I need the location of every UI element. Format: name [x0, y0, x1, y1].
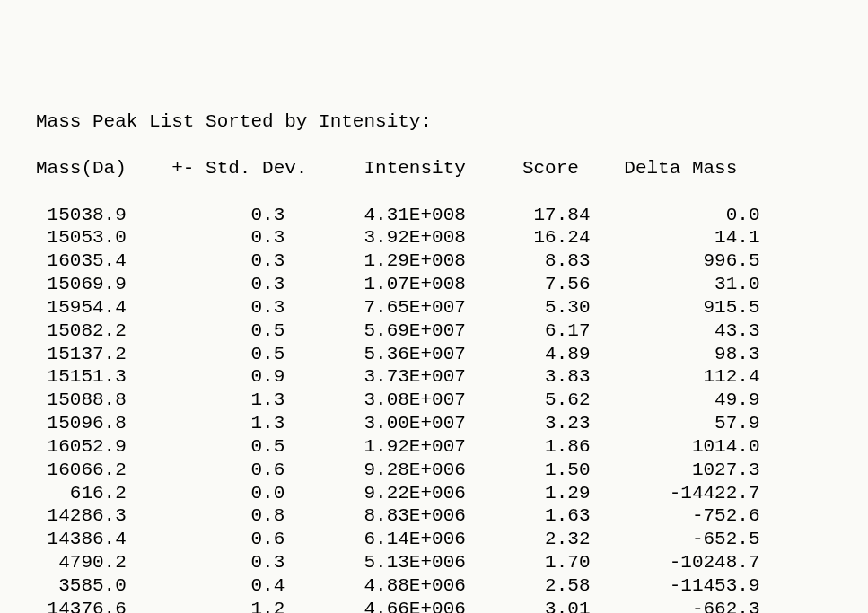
table-row: 3585.0 0.4 4.88E+006 2.58 -11453.9: [36, 574, 832, 598]
table-row: 15038.9 0.3 4.31E+008 17.84 0.0: [36, 204, 832, 227]
table-row: 15151.3 0.9 3.73E+007 3.83 112.4: [36, 365, 832, 389]
table-row: 16052.9 0.5 1.92E+007 1.86 1014.0: [36, 435, 832, 459]
title-line: Mass Peak List Sorted by Intensity:: [36, 110, 832, 134]
table-row: 15053.0 0.3 3.92E+008 16.24 14.1: [36, 226, 832, 250]
table-row: 16035.4 0.3 1.29E+008 8.83 996.5: [36, 250, 832, 273]
table-row: 14386.4 0.6 6.14E+006 2.32 -652.5: [36, 528, 832, 551]
table-row: 616.2 0.0 9.22E+006 1.29 -14422.7: [36, 482, 832, 505]
table-row: 15954.4 0.3 7.65E+007 5.30 915.5: [36, 296, 832, 320]
table-row: 15088.8 1.3 3.08E+007 5.62 49.9: [36, 389, 832, 412]
table-body: 15038.9 0.3 4.31E+008 17.84 0.0 15053.0 …: [36, 204, 832, 613]
table-row: 15069.9 0.3 1.07E+008 7.56 31.0: [36, 273, 832, 296]
table-row: 15082.2 0.5 5.69E+007 6.17 43.3: [36, 320, 832, 343]
table-row: 14286.3 0.8 8.83E+006 1.63 -752.6: [36, 504, 832, 528]
header-line: Mass(Da) +- Std. Dev. Intensity Score De…: [36, 157, 832, 180]
table-row: 15096.8 1.3 3.00E+007 3.23 57.9: [36, 412, 832, 435]
table-row: 16066.2 0.6 9.28E+006 1.50 1027.3: [36, 459, 832, 482]
table-row: 4790.2 0.3 5.13E+006 1.70 -10248.7: [36, 551, 832, 574]
table-row: 15137.2 0.5 5.36E+007 4.89 98.3: [36, 343, 832, 366]
table-row: 14376.6 1.2 4.66E+006 3.01 -662.3: [36, 598, 832, 613]
